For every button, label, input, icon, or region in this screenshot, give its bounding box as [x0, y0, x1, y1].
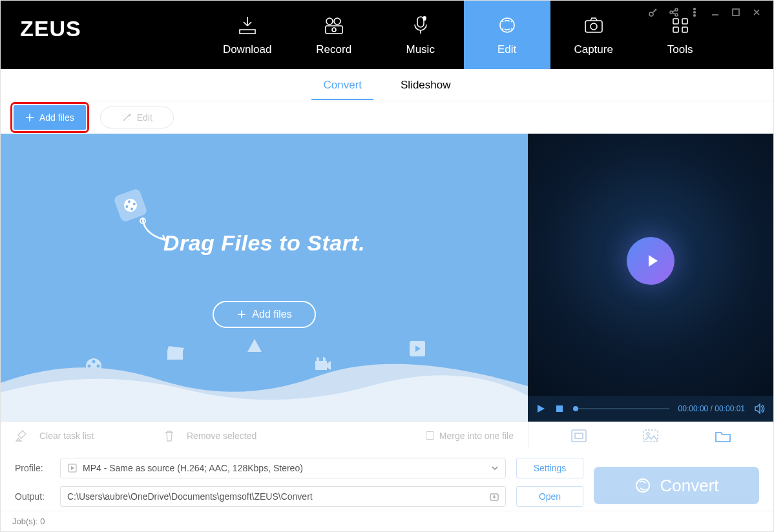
remove-label: Remove selected [187, 431, 256, 441]
folder-icon[interactable] [715, 429, 731, 443]
preview-track[interactable] [573, 408, 669, 409]
svg-rect-21 [733, 9, 739, 15]
output-value: C:\Users\aubre\OneDrive\Documents\gemsof… [67, 491, 313, 502]
file-icon [67, 463, 78, 473]
capture-icon [582, 14, 605, 37]
convert-icon [634, 476, 652, 495]
svg-point-22 [122, 197, 139, 214]
svg-rect-8 [585, 21, 602, 32]
nav-download[interactable]: Download [204, 1, 291, 69]
convert-button[interactable]: Convert [594, 467, 759, 504]
svg-point-1 [334, 18, 340, 25]
output-label: Output: [15, 491, 50, 502]
svg-point-18 [694, 8, 696, 10]
preview-controls: 00:00:00 / 00:00:01 [528, 396, 773, 422]
edit-button[interactable]: Edit [100, 107, 174, 128]
nav-label: Edit [497, 43, 516, 56]
preview-time: 00:00:00 / 00:00:01 [678, 404, 745, 413]
output-field[interactable]: C:\Users\aubre\OneDrive\Documents\gemsof… [60, 486, 506, 507]
browse-icon[interactable] [490, 492, 499, 501]
profile-select[interactable]: MP4 - Same as source (H.264; AAC, 128Kbp… [60, 458, 506, 478]
svg-rect-10 [673, 19, 678, 24]
nav-label: Tools [667, 43, 693, 56]
top-nav: ZEUS Download Record 1 Music Edit Captur… [1, 1, 773, 69]
profile-value: MP4 - Same as source (H.264; AAC, 128Kbp… [83, 463, 303, 473]
play-icon[interactable] [536, 404, 546, 414]
fullscreen-icon[interactable] [570, 429, 587, 443]
svg-point-19 [694, 12, 696, 14]
dropzone[interactable]: Drag Files to Start. Add files [1, 134, 528, 422]
wand-icon [121, 112, 132, 123]
preview-play-orb[interactable] [627, 237, 675, 285]
trash-icon [163, 429, 175, 442]
edit-label: Edit [137, 112, 152, 123]
open-button[interactable]: Open [516, 486, 583, 507]
nav-label: Download [223, 43, 272, 56]
preview-thumb-row [528, 422, 773, 449]
dropzone-title: Drag Files to Start. [1, 230, 528, 256]
svg-rect-11 [682, 19, 687, 24]
nav-record[interactable]: Record [291, 1, 377, 69]
nav-label: Capture [574, 43, 612, 56]
merge-toggle[interactable]: Merge into one file [426, 431, 514, 441]
svg-rect-35 [572, 430, 586, 442]
svg-point-38 [647, 433, 649, 435]
remove-selected[interactable]: Remove selected [163, 429, 377, 442]
close-icon[interactable] [751, 7, 762, 17]
tab-slideshow[interactable]: Slideshow [401, 71, 451, 99]
svg-rect-36 [575, 433, 583, 438]
svg-point-0 [326, 18, 333, 25]
app-logo: ZEUS [1, 1, 101, 69]
svg-point-3 [332, 28, 336, 32]
toolbar: Add files Edit [1, 101, 773, 134]
chevron-down-icon [491, 464, 499, 472]
sub-tabs: Convert Slideshow [1, 69, 773, 101]
preview-panel: 00:00:00 / 00:00:01 [528, 134, 773, 422]
menu-icon[interactable] [689, 7, 700, 17]
snapshot-icon[interactable] [642, 429, 659, 443]
dropzone-add-label: Add files [252, 309, 291, 320]
nav-label: Music [406, 43, 434, 56]
profile-label: Profile: [15, 463, 50, 473]
wave-bg [1, 351, 528, 422]
tab-convert[interactable]: Convert [323, 71, 362, 99]
nav-label: Record [316, 43, 351, 56]
edit-icon [496, 14, 519, 37]
svg-point-20 [694, 15, 696, 17]
clear-task-list[interactable]: Clear task list [15, 429, 163, 442]
svg-point-9 [591, 23, 597, 30]
maximize-icon[interactable] [731, 7, 741, 17]
download-icon [236, 14, 259, 37]
nav-capture[interactable]: Capture [550, 1, 637, 69]
svg-rect-13 [682, 27, 687, 32]
svg-point-15 [670, 11, 673, 14]
add-files-button[interactable]: Add files [14, 105, 86, 130]
minimize-icon[interactable] [710, 7, 720, 17]
plus-icon [25, 113, 34, 122]
status-bar: Job(s): 0 [1, 511, 773, 531]
jobs-count: Job(s): 0 [12, 517, 45, 526]
clear-label: Clear task list [39, 431, 94, 441]
action-row: Clear task list Remove selected Merge in… [1, 422, 528, 449]
nav-music[interactable]: 1 Music [377, 1, 464, 69]
convert-label: Convert [660, 476, 718, 496]
broom-icon [15, 429, 28, 442]
svg-rect-12 [673, 27, 678, 32]
svg-text:1: 1 [423, 17, 425, 21]
settings-button[interactable]: Settings [516, 458, 583, 478]
music-icon: 1 [409, 14, 432, 37]
plus-icon [236, 309, 247, 320]
window-controls [648, 7, 762, 17]
share-icon[interactable] [669, 7, 679, 17]
key-icon[interactable] [648, 7, 658, 17]
svg-rect-2 [326, 26, 342, 34]
volume-icon[interactable] [754, 403, 766, 414]
dropzone-add-button[interactable]: Add files [213, 301, 316, 328]
nav-edit[interactable]: Edit [464, 1, 550, 69]
svg-rect-34 [556, 405, 563, 412]
add-files-label: Add files [39, 112, 74, 123]
stop-icon[interactable] [555, 404, 564, 413]
merge-label: Merge into one file [439, 431, 514, 441]
merge-checkbox[interactable] [426, 431, 434, 440]
record-icon [322, 14, 346, 37]
